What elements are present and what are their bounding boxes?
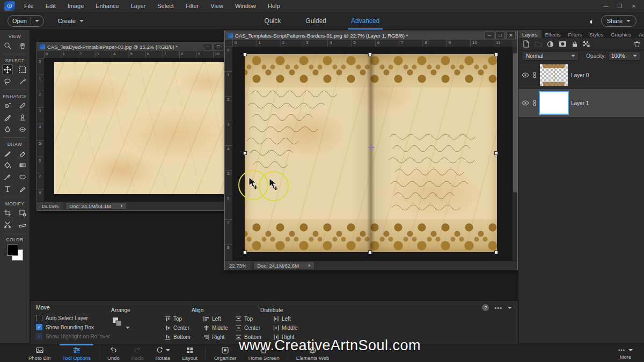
app-minimize-icon[interactable]: — [600, 3, 612, 9]
app-close-icon[interactable]: ✕ [628, 3, 640, 9]
lock-transparent-icon[interactable] [583, 41, 590, 48]
script-borders-template-image[interactable] [245, 54, 497, 252]
menu-view[interactable]: View [204, 3, 229, 9]
more-options-icon[interactable]: ••• [494, 305, 502, 311]
link-icon[interactable] [532, 72, 537, 78]
bounding-box-handle[interactable] [368, 53, 372, 56]
new-group-icon[interactable] [535, 41, 542, 47]
foreground-color-swatch[interactable] [7, 245, 18, 256]
status-arrow-icon[interactable] [121, 204, 123, 208]
doc1-zoom-level[interactable]: 15.15% [37, 202, 63, 210]
bounding-box-handle[interactable] [243, 53, 247, 56]
tab-guided[interactable]: Guided [305, 12, 326, 29]
zoom-tool-icon[interactable] [3, 41, 12, 50]
rotate-button[interactable]: Rotate [149, 344, 176, 362]
tab-advanced[interactable]: Advanced [351, 12, 379, 29]
layout-button[interactable]: Layout [176, 344, 203, 362]
arrange-button[interactable] [111, 316, 130, 329]
collapse-panel-icon[interactable] [508, 307, 512, 309]
undo-button[interactable]: Undo [101, 344, 126, 362]
red-eye-tool-icon[interactable] [3, 101, 12, 110]
share-button[interactable]: Share [601, 15, 636, 27]
straighten-tool-icon[interactable] [18, 220, 27, 230]
organizer-button[interactable]: Organizer [208, 344, 243, 362]
bounding-box-handle[interactable] [243, 250, 247, 254]
menu-layer[interactable]: Layer [125, 3, 152, 9]
distribute-middle-button[interactable]: Middle [273, 325, 297, 331]
recompose-tool-icon[interactable] [18, 208, 27, 218]
sponge-tool-icon[interactable] [18, 124, 27, 134]
theme-toggle-icon[interactable]: ◐ [590, 17, 595, 26]
opacity-select[interactable]: 100% [608, 51, 640, 61]
content-aware-move-tool-icon[interactable] [3, 220, 12, 230]
eyedropper-tool-icon[interactable] [3, 172, 12, 182]
menu-help[interactable]: Help [262, 3, 286, 9]
menu-file[interactable]: File [18, 3, 40, 9]
align-center-button[interactable]: Center [165, 325, 189, 331]
app-restore-icon[interactable]: ❐ [614, 3, 626, 9]
lasso-tool-icon[interactable] [3, 77, 12, 86]
shape-tool-icon[interactable] [18, 172, 27, 182]
layer1-thumbnail[interactable] [540, 92, 568, 114]
visibility-eye-icon[interactable] [522, 100, 529, 106]
doc1-title-bar[interactable]: CAS_TeaDyed-PrintablePaper-03.jpg @ 15.2… [37, 42, 225, 51]
align-right-button[interactable]: Right [203, 334, 224, 340]
doc2-doc-size[interactable]: Doc: 24.1M/62.6M [253, 262, 314, 269]
doc2-maximize-icon[interactable]: □ [495, 32, 505, 39]
type-tool-icon[interactable] [3, 184, 12, 194]
smart-brush-tool-icon[interactable] [3, 113, 12, 122]
bounding-box-handle[interactable] [494, 250, 498, 254]
doc2-canvas[interactable] [232, 47, 513, 261]
link-icon[interactable] [532, 100, 537, 106]
tool-options-button[interactable]: Tool Options [56, 344, 97, 362]
menu-enhance[interactable]: Enhance [90, 3, 125, 9]
brush-tool-icon[interactable] [3, 149, 12, 158]
doc1-minimize-icon[interactable]: – [203, 43, 213, 50]
hand-tool-icon[interactable] [18, 41, 27, 50]
gradient-tool-icon[interactable] [18, 160, 27, 170]
tab-filters[interactable]: Filters [564, 30, 586, 38]
doc1-doc-size[interactable]: Doc: 24.1M/24.1M [65, 202, 127, 210]
tab-quick[interactable]: Quick [265, 12, 281, 29]
crop-tool-icon[interactable] [3, 208, 12, 218]
align-top-button[interactable]: Top [165, 316, 182, 322]
layer0-name[interactable]: Layer 0 [571, 72, 589, 78]
menu-filter[interactable]: Filter [180, 3, 204, 9]
align-bottom-button[interactable]: Bottom [165, 334, 191, 340]
menu-image[interactable]: Image [62, 3, 90, 9]
tab-actions[interactable]: Actions [635, 30, 644, 38]
menu-window[interactable]: Window [229, 3, 262, 9]
visibility-eye-icon[interactable] [522, 72, 529, 78]
layer-row-1[interactable]: Layer 1 [518, 89, 644, 117]
tab-styles[interactable]: Styles [586, 30, 607, 38]
tab-effects[interactable]: Effects [541, 30, 565, 38]
more-button[interactable]: ••• More [612, 344, 639, 362]
create-button[interactable]: Create [58, 18, 84, 24]
doc2-minimize-icon[interactable]: – [485, 32, 494, 39]
menu-edit[interactable]: Edit [40, 3, 62, 9]
redo-button[interactable]: Redo [126, 344, 150, 362]
chevron-down-icon[interactable] [35, 20, 39, 22]
help-icon[interactable]: ? [482, 304, 489, 311]
paint-bucket-tool-icon[interactable] [3, 160, 12, 170]
bounding-box-handle[interactable] [243, 151, 247, 155]
distribute-center-button[interactable]: Center [236, 325, 260, 331]
blur-tool-icon[interactable] [3, 124, 12, 134]
photo-bin-button[interactable]: Photo Bin [23, 344, 56, 362]
new-layer-icon[interactable] [523, 40, 530, 48]
clone-stamp-tool-icon[interactable] [18, 113, 27, 122]
doc2-vertical-scrollbar[interactable] [512, 47, 517, 261]
distribute-left-button[interactable]: Left [273, 316, 291, 322]
bounding-box-handle[interactable] [494, 53, 498, 56]
spot-healing-tool-icon[interactable] [18, 101, 27, 110]
teadyed-paper-image[interactable] [54, 62, 224, 194]
lock-all-icon[interactable] [572, 41, 578, 48]
distribute-top-button[interactable]: Top [236, 316, 253, 322]
align-left-button[interactable]: Left [203, 316, 221, 322]
layer1-name[interactable]: Layer 1 [571, 100, 589, 106]
layer0-thumbnail[interactable] [540, 64, 568, 86]
pencil-tool-icon[interactable] [18, 184, 27, 194]
document-window-teadyed-paper[interactable]: CAS_TeaDyed-PrintablePaper-03.jpg @ 15.2… [36, 42, 225, 211]
adjustment-layer-icon[interactable] [547, 41, 554, 48]
move-tool-icon[interactable] [3, 65, 12, 75]
